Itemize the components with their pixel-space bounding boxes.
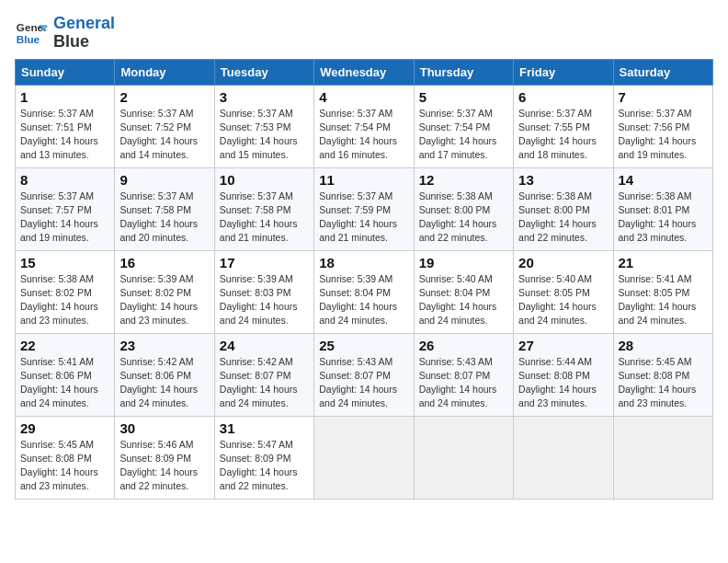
- calendar-cell: 19Sunrise: 5:40 AMSunset: 8:04 PMDayligh…: [414, 250, 513, 333]
- day-number: 8: [20, 172, 109, 188]
- calendar-week-2: 8Sunrise: 5:37 AMSunset: 7:57 PMDaylight…: [16, 167, 713, 250]
- day-number: 25: [319, 338, 408, 353]
- calendar-cell: 16Sunrise: 5:39 AMSunset: 8:02 PMDayligh…: [115, 250, 214, 333]
- calendar-cell: 17Sunrise: 5:39 AMSunset: 8:03 PMDayligh…: [214, 250, 313, 333]
- day-info: Sunrise: 5:44 AMSunset: 8:08 PMDaylight:…: [518, 355, 608, 411]
- day-info: Sunrise: 5:39 AMSunset: 8:03 PMDaylight:…: [220, 272, 309, 328]
- day-number: 22: [20, 338, 109, 353]
- calendar-cell: 10Sunrise: 5:37 AMSunset: 7:58 PMDayligh…: [214, 167, 313, 250]
- day-info: Sunrise: 5:38 AMSunset: 8:00 PMDaylight:…: [419, 190, 508, 246]
- calendar-week-5: 29Sunrise: 5:45 AMSunset: 8:08 PMDayligh…: [16, 416, 713, 499]
- day-info: Sunrise: 5:37 AMSunset: 7:56 PMDaylight:…: [619, 107, 708, 163]
- day-info: Sunrise: 5:45 AMSunset: 8:08 PMDaylight:…: [20, 438, 109, 494]
- calendar-cell: 3Sunrise: 5:37 AMSunset: 7:53 PMDaylight…: [214, 85, 313, 167]
- calendar-cell: 12Sunrise: 5:38 AMSunset: 8:00 PMDayligh…: [414, 167, 513, 250]
- day-number: 28: [619, 338, 708, 353]
- day-number: 30: [119, 420, 209, 436]
- day-info: Sunrise: 5:42 AMSunset: 8:06 PMDaylight:…: [119, 355, 209, 411]
- day-number: 23: [119, 338, 209, 353]
- day-info: Sunrise: 5:37 AMSunset: 7:58 PMDaylight:…: [220, 190, 309, 246]
- day-info: Sunrise: 5:38 AMSunset: 8:01 PMDaylight:…: [619, 190, 708, 246]
- calendar-cell: 15Sunrise: 5:38 AMSunset: 8:02 PMDayligh…: [16, 250, 115, 333]
- calendar-cell: 23Sunrise: 5:42 AMSunset: 8:06 PMDayligh…: [115, 333, 214, 416]
- calendar-cell: 25Sunrise: 5:43 AMSunset: 8:07 PMDayligh…: [314, 333, 414, 416]
- calendar-cell: 9Sunrise: 5:37 AMSunset: 7:58 PMDaylight…: [115, 167, 214, 250]
- day-info: Sunrise: 5:37 AMSunset: 7:54 PMDaylight:…: [319, 107, 408, 163]
- calendar-week-4: 22Sunrise: 5:41 AMSunset: 8:06 PMDayligh…: [16, 333, 713, 416]
- calendar-cell: 20Sunrise: 5:40 AMSunset: 8:05 PMDayligh…: [514, 250, 613, 333]
- day-info: Sunrise: 5:39 AMSunset: 8:04 PMDaylight:…: [319, 272, 408, 328]
- calendar-cell: 8Sunrise: 5:37 AMSunset: 7:57 PMDaylight…: [16, 167, 115, 250]
- day-info: Sunrise: 5:42 AMSunset: 8:07 PMDaylight:…: [220, 355, 309, 411]
- day-number: 10: [220, 172, 309, 188]
- day-info: Sunrise: 5:39 AMSunset: 8:02 PMDaylight:…: [119, 272, 209, 328]
- day-number: 6: [518, 89, 608, 105]
- day-info: Sunrise: 5:37 AMSunset: 7:52 PMDaylight:…: [119, 107, 209, 163]
- day-info: Sunrise: 5:43 AMSunset: 8:07 PMDaylight:…: [419, 355, 508, 411]
- day-number: 5: [419, 89, 508, 105]
- header-sunday: Sunday: [16, 59, 115, 85]
- calendar-week-3: 15Sunrise: 5:38 AMSunset: 8:02 PMDayligh…: [16, 250, 713, 333]
- calendar-week-1: 1Sunrise: 5:37 AMSunset: 7:51 PMDaylight…: [16, 85, 713, 167]
- day-info: Sunrise: 5:37 AMSunset: 7:54 PMDaylight:…: [419, 107, 508, 163]
- day-number: 27: [518, 338, 608, 353]
- calendar-cell: [414, 416, 513, 499]
- day-info: Sunrise: 5:40 AMSunset: 8:05 PMDaylight:…: [518, 272, 608, 328]
- day-number: 18: [319, 255, 408, 270]
- calendar-cell: 5Sunrise: 5:37 AMSunset: 7:54 PMDaylight…: [414, 85, 513, 167]
- calendar-cell: 27Sunrise: 5:44 AMSunset: 8:08 PMDayligh…: [514, 333, 613, 416]
- logo-text: GeneralBlue: [53, 15, 115, 52]
- day-number: 17: [220, 255, 309, 270]
- day-number: 9: [119, 172, 209, 188]
- calendar-cell: 30Sunrise: 5:46 AMSunset: 8:09 PMDayligh…: [115, 416, 214, 499]
- day-info: Sunrise: 5:41 AMSunset: 8:05 PMDaylight:…: [619, 272, 708, 328]
- calendar-cell: 26Sunrise: 5:43 AMSunset: 8:07 PMDayligh…: [414, 333, 513, 416]
- day-info: Sunrise: 5:40 AMSunset: 8:04 PMDaylight:…: [419, 272, 508, 328]
- calendar-cell: 21Sunrise: 5:41 AMSunset: 8:05 PMDayligh…: [613, 250, 712, 333]
- calendar-cell: 6Sunrise: 5:37 AMSunset: 7:55 PMDaylight…: [514, 85, 613, 167]
- day-info: Sunrise: 5:45 AMSunset: 8:08 PMDaylight:…: [619, 355, 708, 411]
- header-saturday: Saturday: [613, 59, 712, 85]
- day-number: 13: [518, 172, 608, 188]
- day-info: Sunrise: 5:37 AMSunset: 7:53 PMDaylight:…: [220, 107, 309, 163]
- day-number: 3: [220, 89, 309, 105]
- calendar-cell: [613, 416, 712, 499]
- calendar-cell: 28Sunrise: 5:45 AMSunset: 8:08 PMDayligh…: [613, 333, 712, 416]
- day-info: Sunrise: 5:43 AMSunset: 8:07 PMDaylight:…: [319, 355, 408, 411]
- calendar-cell: 1Sunrise: 5:37 AMSunset: 7:51 PMDaylight…: [16, 85, 115, 167]
- logo-icon: General Blue: [15, 17, 48, 50]
- header-friday: Friday: [514, 59, 613, 85]
- logo: General Blue GeneralBlue: [15, 15, 115, 52]
- day-info: Sunrise: 5:46 AMSunset: 8:09 PMDaylight:…: [119, 438, 209, 494]
- day-number: 2: [119, 89, 209, 105]
- day-number: 7: [619, 89, 708, 105]
- day-number: 1: [20, 89, 109, 105]
- day-number: 31: [220, 420, 309, 436]
- day-number: 12: [419, 172, 508, 188]
- calendar-cell: [314, 416, 414, 499]
- header-tuesday: Tuesday: [214, 59, 313, 85]
- day-number: 24: [220, 338, 309, 353]
- day-number: 11: [319, 172, 408, 188]
- day-info: Sunrise: 5:41 AMSunset: 8:06 PMDaylight:…: [20, 355, 109, 411]
- day-info: Sunrise: 5:37 AMSunset: 7:58 PMDaylight:…: [119, 190, 209, 246]
- day-number: 4: [319, 89, 408, 105]
- calendar-cell: 2Sunrise: 5:37 AMSunset: 7:52 PMDaylight…: [115, 85, 214, 167]
- day-info: Sunrise: 5:38 AMSunset: 8:00 PMDaylight:…: [518, 190, 608, 246]
- calendar-cell: 24Sunrise: 5:42 AMSunset: 8:07 PMDayligh…: [214, 333, 313, 416]
- calendar-cell: 11Sunrise: 5:37 AMSunset: 7:59 PMDayligh…: [314, 167, 414, 250]
- calendar-cell: 14Sunrise: 5:38 AMSunset: 8:01 PMDayligh…: [613, 167, 712, 250]
- day-info: Sunrise: 5:38 AMSunset: 8:02 PMDaylight:…: [20, 272, 109, 328]
- day-number: 26: [419, 338, 508, 353]
- calendar-cell: [514, 416, 613, 499]
- day-number: 16: [119, 255, 209, 270]
- page-header: General Blue GeneralBlue: [15, 15, 713, 52]
- svg-text:Blue: Blue: [17, 33, 40, 45]
- day-number: 14: [619, 172, 708, 188]
- day-info: Sunrise: 5:37 AMSunset: 7:55 PMDaylight:…: [518, 107, 608, 163]
- day-number: 29: [20, 420, 109, 436]
- calendar-cell: 4Sunrise: 5:37 AMSunset: 7:54 PMDaylight…: [314, 85, 414, 167]
- day-info: Sunrise: 5:37 AMSunset: 7:51 PMDaylight:…: [20, 107, 109, 163]
- header-thursday: Thursday: [414, 59, 513, 85]
- header-row: SundayMondayTuesdayWednesdayThursdayFrid…: [16, 59, 713, 85]
